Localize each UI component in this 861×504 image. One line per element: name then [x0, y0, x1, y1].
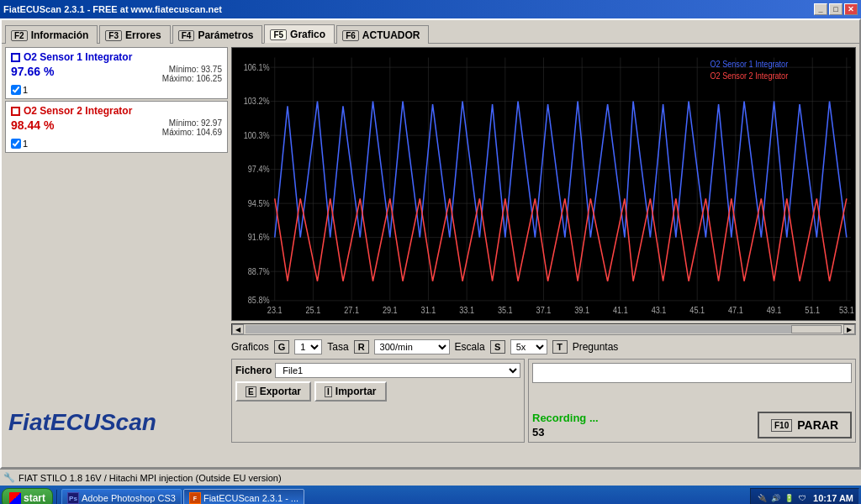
tab-parameters[interactable]: F4 Parámetros: [172, 25, 263, 44]
tab-information[interactable]: F2 Información: [5, 25, 98, 44]
svg-text:33.1: 33.1: [459, 305, 474, 315]
sensor1-color-indicator: [11, 53, 20, 62]
scroll-left-arrow[interactable]: ◀: [232, 324, 244, 334]
sensor2-checkbox[interactable]: [11, 139, 21, 149]
svg-text:91.6%: 91.6%: [248, 233, 270, 243]
title-bar-buttons: _ □ ✕: [814, 3, 858, 15]
svg-text:35.1: 35.1: [498, 305, 513, 315]
windows-logo-icon: [9, 492, 21, 504]
bottom-panels: Fichero File1 E Exportar I Importar: [231, 359, 856, 443]
volume-icon: 🔊: [769, 492, 781, 504]
main-window: F2 Información F3 Errores F4 Parámetros …: [0, 18, 861, 469]
parar-key: F10: [771, 419, 792, 432]
sensor1-box: O2 Sensor 1 Integrator 97.66 % Mínimo: 9…: [5, 47, 228, 99]
sensor1-checkbox[interactable]: [11, 85, 21, 95]
svg-text:O2 Sensor 1 Integrator: O2 Sensor 1 Integrator: [710, 60, 788, 70]
parar-button[interactable]: F10 PARAR: [758, 412, 852, 438]
svg-text:31.1: 31.1: [421, 305, 436, 315]
preguntas-label: Preguntas: [573, 341, 619, 353]
taskbar-item-photoshop[interactable]: Ps Adobe Photoshop CS3: [61, 489, 182, 504]
escala-key[interactable]: S: [490, 340, 505, 354]
system-clock: 10:17 AM: [810, 493, 853, 503]
escala-label: Escala: [455, 341, 485, 353]
tab-bar: F2 Información F3 Errores F4 Parámetros …: [2, 20, 859, 43]
status-text: FIAT STILO 1.8 16V / Hitachi MPI injecti…: [18, 473, 282, 483]
sensor1-values: 97.66 % Mínimo: 93.75 Máximo: 106.25: [11, 65, 222, 83]
fichero-label: Fichero: [235, 365, 272, 376]
svg-text:27.1: 27.1: [344, 305, 359, 315]
minimize-button[interactable]: _: [814, 3, 827, 15]
sensor2-color-indicator: [11, 107, 20, 116]
sensor2-main-value: 98.44 %: [11, 118, 54, 132]
export-key: E: [246, 386, 256, 397]
svg-text:106.1%: 106.1%: [244, 62, 270, 72]
svg-text:O2 Sensor 2 Integrator: O2 Sensor 2 Integrator: [710, 71, 788, 81]
recording-input-area: [532, 363, 852, 383]
taskbar: start Ps Adobe Photoshop CS3 F FiatECUSc…: [0, 486, 861, 504]
file-row: Fichero File1: [235, 363, 520, 378]
sensor2-box: O2 Sensor 2 Integrator 98.44 % Mínimo: 9…: [5, 101, 228, 153]
network-icon: 🔌: [756, 492, 768, 504]
sensor1-main-value: 97.66 %: [11, 65, 54, 78]
close-button[interactable]: ✕: [844, 3, 858, 15]
preguntas-key[interactable]: T: [552, 340, 568, 354]
sensor2-minmax: Mínimo: 92.97 Máximo: 104.69: [162, 118, 222, 137]
scroll-right-arrow[interactable]: ▶: [843, 324, 855, 334]
window-title: FiatECUScan 2.3.1 - FREE at www.fiatecus…: [3, 4, 222, 14]
scroll-thumb[interactable]: [791, 325, 842, 333]
tasa-select[interactable]: 300/min600/min100/min: [374, 339, 450, 354]
svg-text:37.1: 37.1: [536, 305, 552, 315]
svg-text:97.4%: 97.4%: [248, 165, 270, 175]
sensor2-title: O2 Sensor 2 Integrator: [11, 105, 222, 117]
tasa-label: Tasa: [327, 341, 348, 353]
svg-text:45.1: 45.1: [689, 305, 705, 315]
controls-row: Graficos G 123 Tasa R 300/min600/min100/…: [231, 338, 856, 356]
sensor1-footer: 1: [11, 85, 222, 95]
tasa-key[interactable]: R: [354, 340, 369, 354]
recording-status: Recording ...: [532, 412, 599, 426]
sensor2-footer: 1: [11, 139, 222, 149]
taskbar-item-fiatecuscan[interactable]: F FiatECUScan 2.3.1 - ...: [183, 489, 304, 504]
svg-text:25.1: 25.1: [306, 305, 321, 315]
app-logo: FiatECUScan: [5, 402, 228, 443]
tab-actuador[interactable]: F6 ACTUADOR: [336, 25, 429, 44]
battery-icon: 🔋: [783, 492, 795, 504]
svg-text:94.5%: 94.5%: [248, 198, 270, 208]
sensor1-minmax: Mínimo: 93.75 Máximo: 106.25: [162, 65, 222, 83]
file-select[interactable]: File1: [275, 363, 520, 378]
export-button[interactable]: E Exportar: [235, 381, 311, 402]
svg-text:53.1: 53.1: [839, 305, 854, 315]
svg-text:85.8%: 85.8%: [248, 296, 270, 306]
chart-svg: 106.1% 103.2% 100.3% 97.4% 94.5% 91.6% 8…: [232, 48, 855, 320]
svg-text:88.7%: 88.7%: [248, 266, 270, 276]
start-button[interactable]: start: [2, 488, 53, 504]
photoshop-icon: Ps: [67, 492, 79, 504]
escala-select[interactable]: 5x1x2x10x: [510, 339, 547, 354]
content-area: O2 Sensor 1 Integrator 97.66 % Mínimo: 9…: [2, 43, 859, 446]
tab-grafico[interactable]: F5 Grafico: [264, 24, 335, 44]
chart-scrollbar[interactable]: ◀ ▶: [231, 323, 856, 335]
restore-button[interactable]: □: [829, 3, 843, 15]
svg-text:39.1: 39.1: [574, 305, 589, 315]
scroll-track[interactable]: [246, 325, 842, 333]
status-icon: 🔧: [3, 472, 15, 483]
action-buttons-row: E Exportar I Importar: [235, 381, 520, 402]
svg-text:49.1: 49.1: [767, 305, 782, 315]
graficos-select[interactable]: 123: [294, 339, 322, 354]
svg-text:100.3%: 100.3%: [244, 130, 270, 140]
title-bar: FiatECUScan 2.3.1 - FREE at www.fiatecus…: [0, 0, 861, 18]
svg-text:43.1: 43.1: [652, 305, 667, 315]
import-button[interactable]: I Importar: [314, 381, 386, 402]
taskbar-system-tray: 🔌 🔊 🔋 🛡 10:17 AM: [750, 488, 859, 504]
graficos-key[interactable]: G: [274, 340, 290, 354]
antivirus-icon: 🛡: [796, 492, 808, 504]
right-panel: 106.1% 103.2% 100.3% 97.4% 94.5% 91.6% 8…: [231, 47, 856, 443]
tab-errors[interactable]: F3 Errores: [99, 25, 170, 44]
graficos-label: Graficos: [231, 341, 269, 353]
import-key: I: [325, 386, 332, 397]
fiatecuscan-icon: F: [189, 492, 201, 504]
left-panel: O2 Sensor 1 Integrator 97.66 % Mínimo: 9…: [5, 47, 228, 443]
file-panel: Fichero File1 E Exportar I Importar: [231, 359, 525, 443]
chart-container: 106.1% 103.2% 100.3% 97.4% 94.5% 91.6% 8…: [231, 47, 856, 321]
svg-text:41.1: 41.1: [613, 305, 628, 315]
